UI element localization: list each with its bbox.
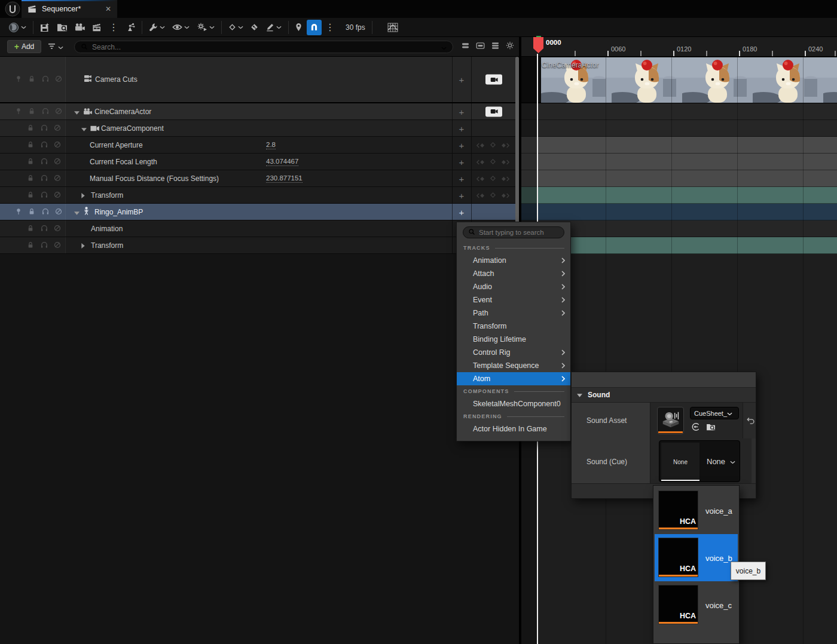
next-key-button[interactable] (500, 173, 510, 184)
track-row[interactable]: Manual Focus Distance (Focus Settings)23… (0, 170, 516, 187)
lock-toggle-icon[interactable] (28, 190, 33, 201)
mute-toggle-icon[interactable] (54, 173, 61, 184)
mute-toggle-icon[interactable] (55, 106, 62, 117)
add-section-button[interactable]: + (456, 207, 468, 217)
add-key-button[interactable] (490, 157, 496, 167)
previous-key-button[interactable] (476, 157, 485, 167)
camera-lock-button[interactable] (485, 106, 502, 116)
add-key-button[interactable] (490, 190, 496, 201)
lock-toggle-icon[interactable] (28, 173, 33, 184)
mute-toggle-icon[interactable] (54, 240, 61, 251)
add-section-button[interactable]: + (456, 157, 468, 167)
track-row[interactable]: Transform+ (0, 237, 516, 254)
add-key-button[interactable] (490, 173, 496, 184)
add-section-button[interactable]: + (456, 140, 468, 150)
mute-toggle-icon[interactable] (54, 223, 61, 234)
mute-toggle-icon[interactable] (54, 140, 61, 151)
headphones-toggle-icon[interactable] (42, 106, 49, 117)
edit-curves-button[interactable] (262, 20, 285, 35)
sound-asset-thumbnail[interactable] (657, 407, 684, 434)
save-button[interactable] (36, 20, 53, 35)
pin-toggle-icon[interactable] (16, 106, 22, 117)
mute-toggle-icon[interactable] (55, 74, 62, 85)
timeline-track-row[interactable] (521, 170, 837, 187)
expand-down-icon[interactable] (74, 106, 80, 117)
chevron-down-icon[interactable] (441, 42, 447, 53)
add-key-button[interactable] (490, 140, 496, 151)
menu-item-actor-hidden-in-game[interactable]: Actor Hidden In Game (457, 422, 570, 436)
lock-toggle-icon[interactable] (29, 74, 35, 85)
tab-close-icon[interactable]: ✕ (105, 5, 111, 13)
lock-toggle-icon[interactable] (28, 140, 33, 151)
world-selector-button[interactable] (5, 20, 30, 35)
mute-toggle-icon[interactable] (54, 190, 61, 201)
reset-to-default-button[interactable] (747, 416, 755, 427)
lock-toggle-icon[interactable] (28, 123, 33, 134)
sequence-tools-button[interactable] (145, 20, 169, 35)
menu-item-attach[interactable]: Attach (457, 267, 570, 280)
menu-item-path[interactable]: Path (457, 306, 570, 320)
camera-lock-button[interactable] (485, 75, 502, 85)
lock-toggle-icon[interactable] (28, 157, 33, 167)
edit-actors-button[interactable] (122, 20, 139, 35)
timeline-track-row[interactable] (521, 137, 837, 154)
track-row[interactable]: CameraComponent+ (0, 120, 516, 137)
headphones-toggle-icon[interactable] (41, 223, 48, 234)
add-section-button[interactable]: + (456, 123, 468, 133)
snapping-toggle[interactable] (307, 20, 322, 35)
menu-search-input[interactable]: Start typing to search (463, 226, 564, 238)
menu-item-skeletalmeshcomponent0[interactable]: SkeletalMeshComponent0 (457, 397, 570, 410)
pin-toggle-icon[interactable] (16, 74, 22, 85)
property-value-field[interactable]: 43.074467 (266, 158, 298, 166)
sound-cue-combo[interactable]: None None (659, 440, 740, 482)
timeline-track-row[interactable] (521, 120, 837, 137)
filter-button[interactable] (48, 41, 63, 52)
track-row[interactable]: Transform+ (0, 187, 516, 204)
playhead-position-button[interactable] (292, 20, 306, 35)
track-row[interactable]: Current Aperture2.8+ (0, 137, 516, 154)
expand-rows-icon[interactable] (491, 41, 500, 52)
property-value-field[interactable]: 230.877151 (266, 174, 303, 183)
browse-content-button[interactable] (53, 20, 71, 35)
keyframe-options-button[interactable] (225, 20, 247, 35)
timeline-track-row[interactable] (521, 187, 837, 204)
menu-item-binding-lifetime[interactable]: Binding Lifetime (457, 333, 570, 346)
headphones-toggle-icon[interactable] (42, 74, 49, 85)
timeline-track-row[interactable] (521, 103, 837, 120)
add-track-button[interactable]: + Add (7, 40, 41, 53)
asset-class-dropdown[interactable]: CueSheet_ (690, 407, 739, 419)
track-row[interactable]: Camera Cuts+ (0, 57, 516, 103)
track-row[interactable]: Animation+ (0, 220, 516, 237)
headphones-toggle-icon[interactable] (41, 140, 48, 151)
timeline-track-row[interactable]: CineCameraActor (521, 57, 837, 103)
menu-item-atom[interactable]: Atom (457, 372, 570, 385)
render-movie-button[interactable] (88, 20, 105, 35)
headphones-toggle-icon[interactable] (41, 240, 48, 251)
previous-key-button[interactable] (476, 173, 485, 184)
expand-right-icon[interactable] (81, 240, 85, 251)
timeline-ruler[interactable]: 0060012001800240 (521, 37, 837, 57)
menu-item-audio[interactable]: Audio (457, 280, 570, 293)
next-key-button[interactable] (500, 190, 510, 201)
mute-toggle-icon[interactable] (54, 123, 61, 134)
view-options-button[interactable] (169, 20, 193, 35)
add-section-button[interactable]: + (456, 75, 468, 85)
next-key-button[interactable] (500, 140, 510, 151)
search-input[interactable]: Search... (74, 41, 453, 53)
expand-down-icon[interactable] (74, 207, 80, 217)
add-section-button[interactable]: + (456, 190, 468, 200)
tab-sequencer[interactable]: Sequencer* ✕ (22, 0, 117, 18)
playback-options-button[interactable] (193, 20, 218, 35)
previous-key-button[interactable] (476, 190, 485, 201)
menu-item-control-rig[interactable]: Control Rig (457, 346, 570, 359)
use-selected-asset-button[interactable] (691, 422, 700, 434)
headphones-toggle-icon[interactable] (41, 173, 48, 184)
snapping-options-ellipsis[interactable]: ⋮ (322, 20, 338, 35)
collapse-rows-icon[interactable] (461, 41, 470, 52)
headphones-toggle-icon[interactable] (41, 123, 48, 134)
render-options-ellipsis[interactable]: ⋮ (105, 20, 122, 35)
menu-item-template-sequence[interactable]: Template Sequence (457, 359, 570, 372)
auto-key-button[interactable] (247, 20, 262, 35)
lock-toggle-icon[interactable] (29, 106, 35, 117)
mute-toggle-icon[interactable] (55, 207, 62, 217)
